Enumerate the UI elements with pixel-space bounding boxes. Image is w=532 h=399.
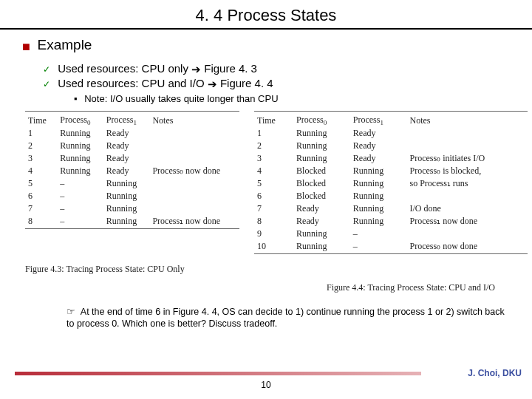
cell: 4 bbox=[254, 165, 293, 177]
cell: 4 bbox=[25, 165, 57, 177]
table-row: 3RunningReady bbox=[25, 152, 239, 165]
cell-note bbox=[407, 228, 528, 240]
col-time: Time bbox=[25, 114, 57, 127]
conclusion-text: At the end of time 6 in Figure 4. 4, OS … bbox=[66, 307, 505, 329]
conclusion: ☞ At the end of time 6 in Figure 4. 4, O… bbox=[66, 307, 510, 330]
table-row: 6BlockedRunning bbox=[254, 190, 528, 202]
cell: Ready bbox=[293, 215, 350, 228]
figure-4-3: Time Process0 Process1 Notes 1RunningRea… bbox=[25, 110, 239, 256]
example-heading: ■ Example bbox=[22, 37, 517, 55]
bullet-text: Used resources: CPU only bbox=[58, 62, 191, 75]
cell: Running bbox=[293, 228, 350, 240]
col-p1: Process1 bbox=[103, 114, 150, 127]
cell-note bbox=[149, 190, 239, 202]
cell-note: Process₀ is blocked, bbox=[407, 165, 528, 177]
cell: 3 bbox=[254, 152, 293, 165]
page-number: 10 bbox=[0, 380, 532, 390]
cell-note: I/O done bbox=[407, 202, 528, 215]
bullet-cpu-io: ✓ Used resources: CPU and I/O ➔ Figure 4… bbox=[43, 77, 517, 90]
col-time: Time bbox=[254, 114, 293, 127]
cell: – bbox=[350, 228, 407, 240]
table-row: 6–Running bbox=[25, 190, 239, 202]
cell: Running bbox=[103, 177, 150, 190]
cell: Running bbox=[350, 177, 407, 190]
cell-note bbox=[149, 202, 239, 215]
col-p0: Process0 bbox=[57, 114, 103, 127]
table-row: 9Running– bbox=[254, 228, 528, 240]
cell: Running bbox=[350, 215, 407, 228]
cell-note: Process₀ now done bbox=[149, 165, 239, 177]
cell: 3 bbox=[25, 152, 57, 165]
cell: Ready bbox=[103, 165, 150, 177]
cell: 8 bbox=[25, 215, 57, 228]
table-row: 1RunningReady bbox=[254, 127, 528, 140]
cell: 10 bbox=[254, 240, 293, 253]
cell: Ready bbox=[350, 152, 407, 165]
col-p1: Process1 bbox=[350, 114, 407, 127]
caption-4-4: Figure 4.4: Tracing Process State: CPU a… bbox=[22, 282, 495, 293]
cell: Running bbox=[57, 127, 103, 140]
table-row: 4BlockedRunningProcess₀ is blocked, bbox=[254, 165, 528, 177]
cell: Ready bbox=[103, 152, 150, 165]
cell-note bbox=[149, 127, 239, 140]
bullet-text: Figure 4. 4 bbox=[220, 77, 273, 89]
cell: Running bbox=[103, 190, 150, 202]
cell: Ready bbox=[350, 127, 407, 140]
cell: Ready bbox=[103, 140, 150, 152]
pointing-hand-icon: ☞ bbox=[66, 307, 75, 317]
cell: Running bbox=[293, 152, 350, 165]
cell: 6 bbox=[25, 190, 57, 202]
cell: Running bbox=[293, 140, 350, 152]
table-row: 8–RunningProcess₁ now done bbox=[25, 215, 239, 228]
cell: 1 bbox=[25, 127, 57, 140]
cell-note bbox=[407, 127, 528, 140]
table-row: 5BlockedRunningso Process₁ runs bbox=[254, 177, 528, 190]
footer-bar bbox=[15, 372, 421, 375]
table-row: 7–Running bbox=[25, 202, 239, 215]
cell: 6 bbox=[254, 190, 293, 202]
cell: 2 bbox=[25, 140, 57, 152]
cell: Running bbox=[103, 215, 150, 228]
table-row: 10Running–Process₀ now done bbox=[254, 240, 528, 253]
cell: Blocked bbox=[293, 177, 350, 190]
col-notes: Notes bbox=[149, 114, 239, 127]
table-4-4: Time Process0 Process1 Notes 1RunningRea… bbox=[254, 114, 528, 253]
cell-note bbox=[149, 140, 239, 152]
cell: 1 bbox=[254, 127, 293, 140]
cell: – bbox=[57, 190, 103, 202]
cell-note bbox=[407, 140, 528, 152]
table-row: 3RunningReadyProcess₀ initiates I/O bbox=[254, 152, 528, 165]
cell: 7 bbox=[25, 202, 57, 215]
bullet-cpu-only: ✓ Used resources: CPU only ➔ Figure 4. 3 bbox=[43, 62, 517, 75]
cell: Ready bbox=[293, 202, 350, 215]
table-row: 2RunningReady bbox=[254, 140, 528, 152]
cell: 5 bbox=[25, 177, 57, 190]
cell: 8 bbox=[254, 215, 293, 228]
check-icon: ✓ bbox=[43, 79, 50, 89]
cell: Ready bbox=[103, 127, 150, 140]
table-4-3: Time Process0 Process1 Notes 1RunningRea… bbox=[25, 114, 239, 228]
cell: – bbox=[57, 202, 103, 215]
cell-note: Process₀ now done bbox=[407, 240, 528, 253]
cell-note: Process₀ initiates I/O bbox=[407, 152, 528, 165]
slide-content: ■ Example ✓ Used resources: CPU only ➔ F… bbox=[0, 37, 532, 330]
cell: Running bbox=[57, 152, 103, 165]
cell-note: Process₁ now done bbox=[149, 215, 239, 228]
caption-4-3: Figure 4.3: Tracing Process State: CPU O… bbox=[25, 264, 517, 275]
cell: 2 bbox=[254, 140, 293, 152]
cell: Running bbox=[350, 165, 407, 177]
cell-note: so Process₁ runs bbox=[407, 177, 528, 190]
slide-title: 4. 4 Process States bbox=[0, 0, 532, 27]
cell: 9 bbox=[254, 228, 293, 240]
cell-note: Process₁ now done bbox=[407, 215, 528, 228]
cell: – bbox=[57, 177, 103, 190]
cell: 5 bbox=[254, 177, 293, 190]
bullet-text: Figure 4. 3 bbox=[204, 62, 257, 75]
cell: Ready bbox=[350, 140, 407, 152]
table-row: 2RunningReady bbox=[25, 140, 239, 152]
cell: 7 bbox=[254, 202, 293, 215]
cell-note bbox=[407, 190, 528, 202]
cell: Blocked bbox=[293, 165, 350, 177]
table-row: 8ReadyRunningProcess₁ now done bbox=[254, 215, 528, 228]
table-row: 7ReadyRunningI/O done bbox=[254, 202, 528, 215]
